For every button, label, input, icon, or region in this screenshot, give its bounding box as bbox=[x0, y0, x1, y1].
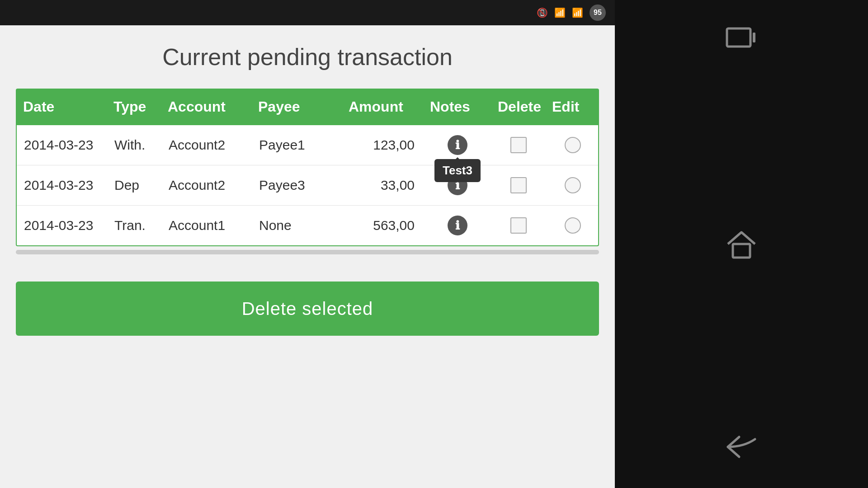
row3-account: Account1 bbox=[161, 208, 252, 243]
table-row: 2014-03-23 With. Account2 Payee1 123,00 … bbox=[17, 125, 598, 165]
delete-checkbox-row3[interactable] bbox=[510, 217, 527, 234]
back-button[interactable] bbox=[726, 435, 757, 461]
delete-selected-button[interactable]: Delete selected bbox=[16, 282, 599, 336]
info-icon-row3[interactable]: ℹ bbox=[448, 216, 467, 235]
wifi-icon: 📶 bbox=[554, 7, 566, 18]
col-header-type: Type bbox=[106, 89, 160, 125]
row1-payee: Payee1 bbox=[252, 127, 342, 163]
row2-payee: Payee3 bbox=[252, 168, 342, 203]
window-icon[interactable] bbox=[726, 27, 757, 57]
col-header-amount: Amount bbox=[341, 89, 423, 125]
row1-delete[interactable] bbox=[491, 127, 546, 163]
edit-radio-row1[interactable] bbox=[565, 137, 581, 153]
row3-delete[interactable] bbox=[491, 207, 546, 244]
info-icon-row1[interactable]: ℹ Test3 bbox=[448, 135, 467, 155]
col-header-account: Account bbox=[160, 89, 251, 125]
main-content: 📵 📶 📶 95 Current pending transaction Dat… bbox=[0, 0, 615, 488]
col-header-notes: Notes bbox=[423, 89, 491, 125]
row1-notes[interactable]: ℹ Test3 bbox=[424, 125, 491, 165]
row3-date: 2014-03-23 bbox=[17, 208, 107, 243]
delete-checkbox-row1[interactable] bbox=[510, 137, 527, 153]
nfc-icon: 📵 bbox=[537, 7, 548, 18]
scroll-indicator bbox=[16, 250, 599, 254]
row1-edit[interactable] bbox=[546, 127, 600, 163]
col-header-delete: Delete bbox=[491, 89, 545, 125]
transaction-table: Date Type Account Payee Amount Notes Del… bbox=[16, 89, 599, 246]
svg-rect-0 bbox=[727, 28, 750, 47]
row3-notes[interactable]: ℹ bbox=[424, 206, 491, 245]
edit-radio-row2[interactable] bbox=[565, 177, 581, 193]
row2-amount: 33,00 bbox=[342, 168, 424, 203]
signal-icon: 📶 bbox=[572, 7, 583, 18]
home-icon[interactable] bbox=[726, 230, 757, 261]
row1-amount: 123,00 bbox=[342, 127, 424, 163]
row2-delete[interactable] bbox=[491, 167, 546, 203]
delete-checkbox-row2[interactable] bbox=[510, 177, 527, 193]
row2-edit[interactable] bbox=[546, 167, 600, 203]
battery-badge: 95 bbox=[590, 5, 606, 21]
svg-rect-1 bbox=[753, 33, 755, 42]
sidebar-middle bbox=[726, 230, 757, 261]
row2-type: Dep bbox=[107, 168, 161, 203]
table-row: 2014-03-23 Tran. Account1 None 563,00 ℹ bbox=[17, 206, 598, 245]
row3-edit[interactable] bbox=[546, 207, 600, 244]
row3-amount: 563,00 bbox=[342, 208, 424, 243]
row1-type: With. bbox=[107, 127, 161, 163]
right-sidebar bbox=[615, 0, 868, 488]
row2-account: Account2 bbox=[161, 168, 252, 203]
table-row: 2014-03-23 Dep Account2 Payee3 33,00 ℹ bbox=[17, 165, 598, 206]
table-body: 2014-03-23 With. Account2 Payee1 123,00 … bbox=[16, 125, 599, 246]
col-header-payee: Payee bbox=[251, 89, 341, 125]
col-header-edit: Edit bbox=[545, 89, 599, 125]
row1-date: 2014-03-23 bbox=[17, 127, 107, 163]
row2-date: 2014-03-23 bbox=[17, 168, 107, 203]
tooltip-row1: Test3 bbox=[434, 159, 481, 182]
sidebar-top bbox=[726, 27, 757, 57]
row3-type: Tran. bbox=[107, 208, 161, 243]
edit-radio-row3[interactable] bbox=[565, 217, 581, 234]
row1-account: Account2 bbox=[161, 127, 252, 163]
col-header-date: Date bbox=[16, 89, 106, 125]
status-bar: 📵 📶 📶 95 bbox=[0, 0, 615, 25]
table-header: Date Type Account Payee Amount Notes Del… bbox=[16, 89, 599, 125]
svg-rect-2 bbox=[733, 244, 750, 258]
page-title: Current pending transaction bbox=[162, 43, 453, 70]
row3-payee: None bbox=[252, 208, 342, 243]
